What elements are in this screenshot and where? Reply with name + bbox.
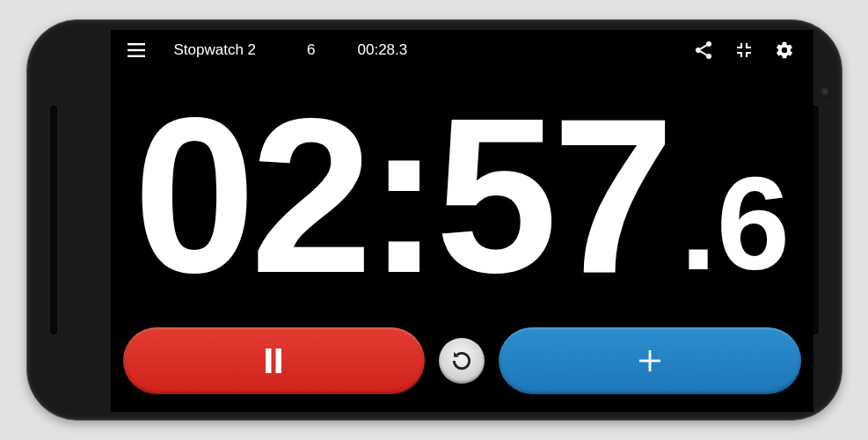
speaker-grille-left	[50, 106, 57, 334]
gear-icon	[775, 40, 794, 60]
svg-rect-2	[128, 55, 145, 57]
collapse-icon	[735, 41, 753, 59]
lap-count: 6	[307, 41, 315, 59]
share-button[interactable]	[687, 40, 720, 60]
phone-frame: Stopwatch 2 6 00:28.3	[26, 19, 842, 421]
app-screen: Stopwatch 2 6 00:28.3	[111, 30, 813, 412]
svg-rect-0	[128, 43, 145, 45]
svg-line-7	[700, 51, 706, 55]
reset-button[interactable]	[439, 338, 485, 384]
time-tenth: .6	[680, 158, 790, 290]
time-main: 02:57	[134, 86, 669, 306]
collapse-button[interactable]	[727, 41, 761, 59]
svg-rect-9	[276, 348, 282, 373]
svg-rect-11	[639, 360, 660, 363]
time-display: 02:57 .6	[111, 70, 813, 322]
share-icon	[695, 40, 712, 60]
lap-time: 00:28.3	[358, 41, 408, 59]
top-bar: Stopwatch 2 6 00:28.3	[111, 30, 813, 70]
pause-button[interactable]	[123, 327, 426, 394]
plus-icon	[638, 349, 661, 372]
lap-add-button[interactable]	[499, 327, 801, 394]
svg-line-6	[700, 45, 706, 48]
svg-rect-8	[266, 348, 272, 373]
controls-row	[111, 322, 813, 412]
front-camera	[821, 87, 831, 98]
settings-button[interactable]	[768, 40, 801, 60]
menu-icon	[128, 43, 145, 57]
reset-icon	[450, 349, 473, 372]
svg-rect-1	[128, 49, 145, 51]
menu-button[interactable]	[123, 43, 150, 57]
app-title: Stopwatch 2	[174, 41, 257, 59]
pause-icon	[264, 348, 283, 373]
